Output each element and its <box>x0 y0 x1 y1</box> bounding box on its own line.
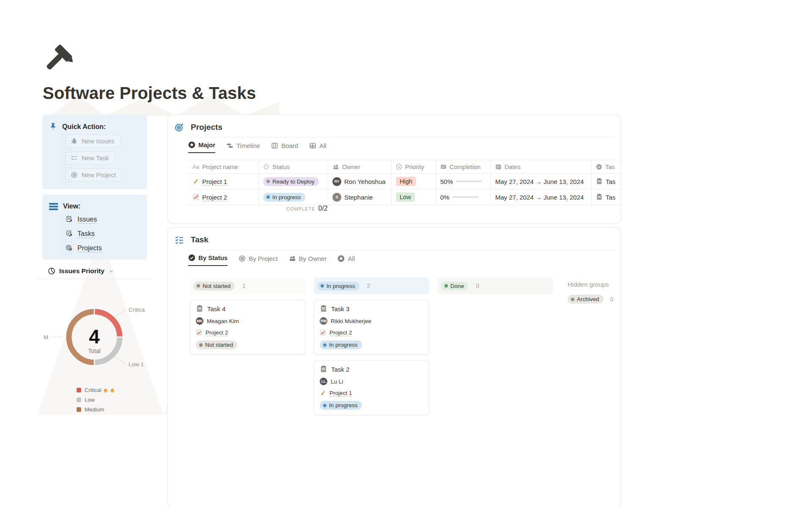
tab-major[interactable]: Major <box>188 141 215 153</box>
new-project-label: New Project <box>82 171 116 178</box>
task-card[interactable]: Task 2 LL Lu Li Project 1 <box>314 360 429 415</box>
timeline-icon <box>226 142 233 149</box>
page-icon <box>196 305 203 312</box>
column-header-status[interactable]: Status <box>259 160 328 173</box>
status-dot <box>266 195 270 199</box>
star-circle-icon <box>337 255 345 262</box>
column-header-dates[interactable]: Dates <box>491 160 592 173</box>
tab-by-project-label: By Project <box>249 255 277 262</box>
sidebar-link-projects[interactable]: Projects <box>66 244 102 252</box>
task-title: Task <box>191 235 208 244</box>
legend-swatch-medium <box>77 407 81 412</box>
projects-section: Projects Major Timeline Bo <box>167 115 621 224</box>
divider <box>36 279 151 279</box>
completion-value: 0% <box>440 194 450 201</box>
donut-total-value: 4 <box>89 326 100 348</box>
sidebar-link-tasks[interactable]: Tasks <box>66 230 95 238</box>
group-pill: Done <box>441 282 468 290</box>
chart-legend: Critical Low Medium <box>77 387 115 416</box>
status-dot <box>266 180 270 183</box>
project-link[interactable]: Project 2 <box>329 329 352 336</box>
project-name-cell[interactable]: Project 2 <box>188 189 259 205</box>
divider <box>188 137 614 137</box>
tasks-cell[interactable]: Tas <box>592 174 621 189</box>
status-dot <box>197 284 200 288</box>
priority-circle-icon <box>396 164 402 170</box>
column-header-project-name[interactable]: Aa Project name <box>188 160 259 173</box>
project-link[interactable]: Project 2 <box>206 329 228 336</box>
column-header-completion[interactable]: Completion <box>436 160 491 173</box>
chart-up-icon <box>192 194 199 200</box>
quick-action-panel: Quick Action: New Issues New Task <box>42 115 147 189</box>
tab-timeline[interactable]: Timeline <box>226 142 260 153</box>
kanban-group-not-started: Not started 1 Task 4 MK Meagan Kim <box>190 277 305 355</box>
task-card-title: Task 3 <box>331 305 349 312</box>
hammer-icon[interactable] <box>43 42 77 78</box>
issues-priority-dropdown[interactable]: Issues Priority <box>48 267 114 275</box>
task-card-title: Task 2 <box>331 366 349 373</box>
new-project-button[interactable]: New Project <box>66 168 122 181</box>
tab-by-owner[interactable]: By Owner <box>289 255 327 266</box>
tab-board[interactable]: Board <box>271 142 298 153</box>
tab-by-status[interactable]: By Status <box>188 254 228 266</box>
kanban-group-in-progress: In progress 2 Task 3 RM Rikki Mukherjee <box>314 277 429 415</box>
target-icon <box>239 255 246 262</box>
archived-pill[interactable]: Archived <box>568 295 604 304</box>
check-circle-icon <box>188 254 195 261</box>
group-header[interactable]: Not started 1 <box>190 277 305 294</box>
tab-all[interactable]: All <box>309 142 326 153</box>
donut-label-critical: Critica <box>129 307 145 313</box>
group-header[interactable]: In progress 2 <box>314 277 429 294</box>
priority-pill: High <box>396 177 416 186</box>
progress-bar <box>453 196 479 198</box>
avatar: RM <box>320 317 327 325</box>
chevron-down-icon[interactable] <box>108 268 114 274</box>
task-project-row: Project 2 <box>196 329 299 336</box>
new-task-label: New Task <box>82 154 109 162</box>
task-status-row: In progress <box>320 401 423 410</box>
legend-swatch-low <box>77 397 81 402</box>
task-card[interactable]: Task 4 MK Meagan Kim Project 2 Not start… <box>190 300 305 355</box>
status-dot <box>323 404 326 407</box>
task-owner-name: Lu Li <box>331 378 343 385</box>
legend-label-low: Low <box>85 397 95 403</box>
calendar-icon <box>495 164 502 170</box>
project-link[interactable]: Project 1 <box>202 178 227 185</box>
task-project-row: Project 2 <box>320 329 423 336</box>
group-pill: In progress <box>317 282 359 290</box>
group-header[interactable]: Done 0 <box>438 277 553 294</box>
completion-chart-icon <box>440 164 447 170</box>
new-issues-button[interactable]: New Issues <box>66 134 121 148</box>
tasks-cell[interactable]: Tas <box>592 189 621 205</box>
hidden-group-archived[interactable]: Archived 0 <box>568 295 613 304</box>
kanban-board: Not started 1 Task 4 MK Meagan Kim <box>168 277 621 497</box>
checklist-icon <box>175 235 184 244</box>
sidebar-link-issues[interactable]: Issues <box>66 216 97 223</box>
check-circle-icon <box>596 164 602 170</box>
page-icon <box>596 178 603 185</box>
tab-all-label: All <box>348 255 355 262</box>
status-burst-icon <box>263 164 269 170</box>
column-header-tasks[interactable]: Tas <box>592 160 621 173</box>
tab-board-label: Board <box>281 142 298 149</box>
status-dot <box>321 284 324 288</box>
issues-priority-donut-chart: Critica M Low 1 4 Total <box>36 296 154 384</box>
new-task-button[interactable]: New Task <box>66 151 115 164</box>
tab-all[interactable]: All <box>337 255 355 266</box>
task-card[interactable]: Task 3 RM Rikki Mukherjee Project 2 In p… <box>314 300 429 355</box>
project-link[interactable]: Project 2 <box>202 194 227 201</box>
project-name-cell[interactable]: Project 1 <box>188 174 259 189</box>
task-owner-row: LL Lu Li <box>320 378 423 385</box>
project-link[interactable]: Project 1 <box>329 390 352 396</box>
status-dot <box>199 343 203 347</box>
divider <box>188 250 614 250</box>
donut-label-low: Low 1 <box>129 361 144 367</box>
owner-name: Stephanie <box>344 194 373 201</box>
tab-by-project[interactable]: By Project <box>239 255 277 266</box>
column-header-priority[interactable]: Priority <box>392 160 436 173</box>
legend-item-low: Low <box>77 397 115 403</box>
column-header-owner[interactable]: Owner <box>328 160 392 173</box>
view-title: View: <box>63 203 81 210</box>
task-status-row: Not started <box>196 340 299 349</box>
status-pill: Ready to Deploy <box>263 177 319 186</box>
